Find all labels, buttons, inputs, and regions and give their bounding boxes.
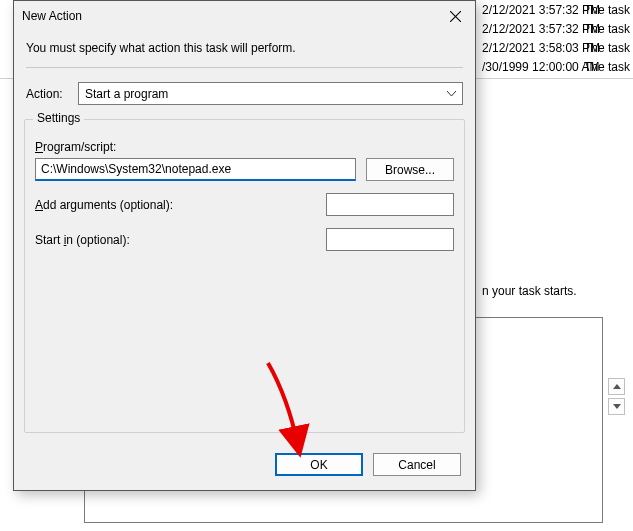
cell-desc: The task i	[578, 41, 633, 55]
cell-desc: The task i	[578, 22, 633, 36]
program-script-input[interactable]	[35, 158, 356, 181]
ok-button[interactable]: OK	[275, 453, 363, 476]
cell-desc: The task h	[578, 60, 633, 74]
add-arguments-label: Add arguments (optional):	[35, 198, 316, 212]
instruction-text: You must specify what action this task w…	[14, 31, 475, 67]
start-in-label: Start in (optional):	[35, 233, 316, 247]
spin-up-button[interactable]	[608, 378, 625, 395]
dialog-title: New Action	[22, 9, 437, 23]
settings-group-title: Settings	[33, 111, 84, 125]
browse-button[interactable]: Browse...	[366, 158, 454, 181]
action-selected-text: Start a program	[85, 87, 168, 101]
add-arguments-input[interactable]	[326, 193, 454, 216]
close-icon	[450, 11, 461, 22]
start-in-input[interactable]	[326, 228, 454, 251]
close-button[interactable]	[437, 2, 473, 30]
new-action-dialog: New Action You must specify what action …	[13, 0, 476, 491]
spin-down-button[interactable]	[608, 398, 625, 415]
cell-desc: The task i	[578, 3, 633, 17]
settings-group: Settings Program/script: Browse... Add a…	[24, 119, 465, 433]
background-hint-text: n your task starts.	[482, 284, 577, 298]
action-label: Action:	[26, 87, 68, 101]
cancel-button[interactable]: Cancel	[373, 453, 461, 476]
chevron-down-icon	[444, 91, 458, 96]
title-bar: New Action	[14, 1, 475, 31]
action-combobox[interactable]: Start a program	[78, 82, 463, 105]
program-script-label: Program/script:	[35, 140, 454, 154]
